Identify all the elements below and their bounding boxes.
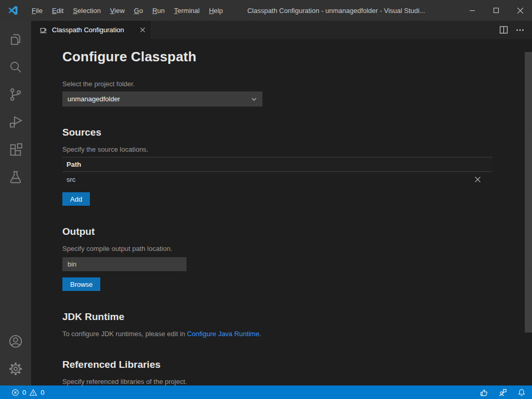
window-title: Classpath Configuration - unmanagedfolde… xyxy=(247,7,425,15)
vertical-scrollbar[interactable] xyxy=(525,52,532,332)
activity-bar xyxy=(0,21,31,385)
java-cup-icon xyxy=(39,25,48,34)
menu-run[interactable]: Run xyxy=(148,5,169,17)
accounts-icon[interactable] xyxy=(3,327,28,355)
tab-classpath-configuration[interactable]: Classpath Configuration xyxy=(31,21,151,39)
source-row[interactable]: src xyxy=(62,172,493,187)
remove-source-icon[interactable] xyxy=(474,176,481,183)
output-heading: Output xyxy=(62,225,493,238)
sources-description: Specify the source locations. xyxy=(62,145,493,154)
add-source-button[interactable]: Add xyxy=(62,192,90,206)
minimize-button[interactable] xyxy=(460,0,484,21)
path-column-label: Path xyxy=(66,161,81,168)
problems-status[interactable]: 0 0 xyxy=(11,389,44,396)
java-status-share-icon[interactable] xyxy=(498,388,508,397)
menu-go[interactable]: Go xyxy=(129,5,148,17)
tab-close-icon[interactable] xyxy=(140,27,145,33)
menu-bar: File Edit Selection View Go Run Terminal… xyxy=(27,5,228,17)
sources-heading: Sources xyxy=(62,126,493,139)
page-title: Configure Classpath xyxy=(62,47,493,66)
tab-bar: Classpath Configuration xyxy=(31,21,532,39)
output-path-input[interactable] xyxy=(62,257,187,271)
output-description: Specify compile output path location. xyxy=(62,244,493,254)
warning-icon xyxy=(29,389,37,396)
error-count: 0 xyxy=(22,389,26,396)
feedback-icon[interactable] xyxy=(480,388,488,397)
menu-file[interactable]: File xyxy=(27,5,47,17)
close-window-button[interactable] xyxy=(508,0,532,21)
editor-actions xyxy=(499,21,532,39)
configure-java-runtime-link[interactable]: Configure Java Runtime xyxy=(187,330,259,338)
classpath-configuration-page: Configure Classpath Select the project f… xyxy=(31,39,532,385)
jdk-runtime-text-before: To configure JDK runtimes, please edit i… xyxy=(62,330,187,338)
maximize-button[interactable] xyxy=(484,0,508,21)
project-folder-label: Select the project folder. xyxy=(62,80,493,88)
window-controls xyxy=(460,0,532,21)
referenced-libraries-heading: Referenced Libraries xyxy=(62,358,493,371)
chevron-down-icon xyxy=(251,96,257,102)
jdk-runtime-heading: JDK Runtime xyxy=(62,310,493,324)
run-and-debug-icon[interactable] xyxy=(3,108,28,136)
more-actions-icon[interactable] xyxy=(516,26,524,34)
error-icon xyxy=(11,389,19,396)
menu-edit[interactable]: Edit xyxy=(47,5,68,17)
settings-gear-icon[interactable] xyxy=(3,355,28,382)
jdk-runtime-text: To configure JDK runtimes, please edit i… xyxy=(62,329,493,339)
status-bar-right xyxy=(480,388,526,397)
menu-selection[interactable]: Selection xyxy=(68,5,105,17)
vscode-logo-icon xyxy=(7,5,19,16)
explorer-icon[interactable] xyxy=(3,25,28,53)
extensions-icon[interactable] xyxy=(3,136,28,163)
menu-help[interactable]: Help xyxy=(204,5,228,17)
sources-table: Path src xyxy=(62,157,493,187)
browse-button[interactable]: Browse xyxy=(62,277,100,291)
tab-label: Classpath Configuration xyxy=(52,26,136,34)
notifications-bell-icon[interactable] xyxy=(517,388,526,397)
status-bar: 0 0 xyxy=(0,385,532,399)
menu-view[interactable]: View xyxy=(105,5,129,17)
menu-terminal[interactable]: Terminal xyxy=(169,5,204,17)
testing-icon[interactable] xyxy=(3,163,28,191)
project-folder-value: unmanagedfolder xyxy=(68,95,120,103)
warning-count: 0 xyxy=(41,389,44,396)
jdk-runtime-text-after: . xyxy=(259,330,261,338)
sources-column-header: Path xyxy=(62,157,493,172)
source-control-icon[interactable] xyxy=(3,81,28,108)
search-icon[interactable] xyxy=(3,53,28,81)
title-bar: File Edit Selection View Go Run Terminal… xyxy=(0,0,532,21)
split-editor-icon[interactable] xyxy=(499,25,508,34)
source-path-value: src xyxy=(66,176,75,183)
referenced-libraries-description: Specify referenced libraries of the proj… xyxy=(62,377,493,385)
project-folder-select[interactable]: unmanagedfolder xyxy=(62,91,262,107)
